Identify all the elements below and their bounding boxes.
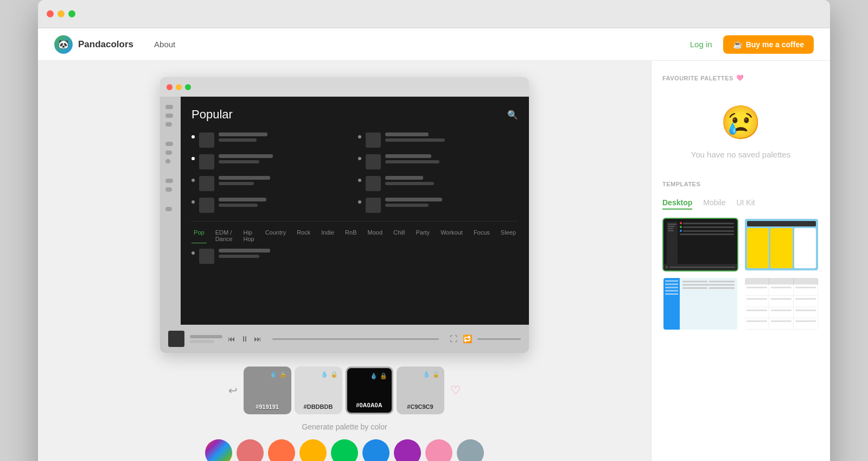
nav-bar: 🐼 Pandacolors About Log in ☕ Buy me a co… — [38, 28, 830, 61]
track-dot — [358, 157, 361, 160]
maximize-button[interactable] — [68, 10, 75, 17]
next-button[interactable]: ⏭ — [254, 334, 261, 343]
browser-window: 🐼 Pandacolors About Log in ☕ Buy me a co… — [38, 0, 830, 461]
template-table[interactable] — [744, 277, 820, 331]
center-content: Popular 🔍 — [38, 61, 651, 461]
template-teal-sidebar[interactable] — [662, 277, 738, 331]
track-item[interactable] — [192, 198, 352, 213]
track-thumb — [199, 249, 214, 264]
tmpl-bottom-bar — [663, 264, 737, 270]
templates-grid — [662, 218, 819, 331]
track-item[interactable] — [192, 132, 352, 148]
color-btn-purple[interactable] — [394, 439, 421, 461]
water-icon: 💧 — [423, 371, 430, 378]
tab-pop[interactable]: Pop — [192, 228, 207, 243]
tab-edm[interactable]: EDM / Dance — [213, 228, 235, 243]
minimize-button[interactable] — [58, 10, 65, 17]
track-artist-bar — [219, 160, 259, 163]
tab-indie[interactable]: Indie — [319, 228, 336, 243]
tab-sleep[interactable]: Sleep — [499, 228, 518, 243]
template-table-preview — [745, 278, 819, 330]
template-light-blue[interactable] — [744, 218, 820, 271]
prev-button[interactable]: ⏮ — [228, 334, 235, 343]
track-item[interactable] — [358, 198, 518, 213]
template-dark-player[interactable] — [662, 218, 738, 271]
lock-icon: 🔒 — [380, 372, 387, 380]
water-icon: 💧 — [270, 371, 277, 378]
tab-mood[interactable]: Mood — [366, 228, 385, 243]
track-name-bar — [385, 132, 429, 136]
traffic-lights — [47, 10, 75, 17]
fullscreen-icon[interactable]: ⛶ — [450, 334, 457, 343]
close-button[interactable] — [47, 10, 54, 17]
swatch-4-label: #C9C9C9 — [407, 403, 433, 410]
tmpl-teal-main — [680, 278, 737, 330]
tab-hiphop[interactable]: Hip Hop — [241, 228, 256, 243]
tab-workout[interactable]: Workout — [438, 228, 465, 243]
color-btn-blue[interactable] — [362, 439, 390, 461]
palette-section: ↩ 💧 🔒 #919191 💧 🔒 — [49, 367, 640, 461]
template-tab-uikit[interactable]: UI Kit — [736, 198, 755, 210]
template-tab-desktop[interactable]: Desktop — [662, 198, 692, 210]
undo-button[interactable]: ↩ — [228, 384, 238, 397]
about-nav-link[interactable]: About — [150, 37, 180, 52]
swatch-2-label: #DBDBDB — [304, 403, 333, 410]
save-palette-button[interactable]: ♡ — [450, 383, 461, 397]
track-item[interactable] — [192, 249, 518, 264]
tab-rnb[interactable]: RnB — [343, 228, 359, 243]
favourites-section-title: FAVOURITE PALETTES 🩷 — [662, 74, 819, 81]
sidebar-bar-8 — [165, 187, 172, 192]
login-link[interactable]: Log in — [690, 40, 712, 49]
swatch-3[interactable]: 💧 🔒 #0A0A0A — [346, 367, 393, 414]
now-playing-artist — [190, 340, 214, 343]
progress-bar[interactable] — [272, 338, 439, 340]
tab-party[interactable]: Party — [413, 228, 432, 243]
color-btn-pink[interactable] — [425, 439, 452, 461]
color-btn-orange[interactable] — [268, 439, 295, 461]
color-btn-green[interactable] — [331, 439, 358, 461]
coffee-button[interactable]: ☕ Buy me a coffee — [723, 35, 814, 54]
sidebar-spacer-1 — [165, 131, 175, 137]
templates-tabs: Desktop Mobile UI Kit — [662, 198, 819, 210]
swatch-1-icons: 💧 🔒 — [270, 371, 287, 378]
color-btn-rainbow[interactable] — [205, 439, 232, 461]
track-item[interactable] — [192, 176, 352, 191]
no-palettes-panel: 😢 You have no saved palettes — [662, 92, 819, 175]
track-item[interactable] — [358, 154, 518, 169]
player-main: Popular 🔍 — [181, 97, 529, 325]
player-mockup: Popular 🔍 — [160, 77, 529, 353]
template-tab-mobile[interactable]: Mobile — [703, 198, 725, 210]
swatch-2-icons: 💧 🔒 — [321, 371, 338, 378]
track-info — [219, 198, 266, 207]
tab-chill[interactable]: Chill — [391, 228, 407, 243]
search-icon[interactable]: 🔍 — [507, 110, 518, 120]
right-sidebar: FAVOURITE PALETTES 🩷 😢 You have no saved… — [651, 61, 830, 461]
tab-rock[interactable]: Rock — [295, 228, 312, 243]
tab-country[interactable]: Country — [263, 228, 289, 243]
color-btn-red[interactable] — [237, 439, 264, 461]
tab-focus[interactable]: Focus — [471, 228, 492, 243]
generate-label: Generate palette by color — [302, 422, 387, 431]
track-item[interactable] — [192, 154, 352, 169]
color-btn-gray[interactable] — [457, 439, 484, 461]
repeat-icon[interactable]: 🔁 — [463, 334, 472, 343]
sidebar-bar-4 — [165, 142, 173, 146]
track-artist-bar — [385, 182, 434, 185]
volume-bar[interactable] — [477, 338, 521, 340]
track-thumb — [366, 198, 381, 213]
title-bar — [38, 0, 830, 28]
track-name-bar — [385, 154, 431, 158]
track-item[interactable] — [358, 132, 518, 148]
tmpl-dark-sidebar — [667, 222, 678, 267]
track-name-bar — [219, 249, 270, 252]
swatch-4[interactable]: 💧 🔒 #C9C9C9 — [397, 367, 444, 414]
templates-section: TEMPLATES Desktop Mobile UI Kit — [662, 181, 819, 331]
swatch-1[interactable]: 💧 🔒 #919191 — [244, 367, 291, 414]
tmpl-dark-main — [680, 222, 734, 267]
track-item[interactable] — [358, 176, 518, 191]
water-icon: 💧 — [370, 372, 378, 380]
swatch-2[interactable]: 💧 🔒 #DBDBDB — [295, 367, 342, 414]
color-btn-yellow[interactable] — [299, 439, 327, 461]
pause-button[interactable]: ⏸ — [241, 334, 248, 343]
track-dot — [358, 135, 361, 138]
